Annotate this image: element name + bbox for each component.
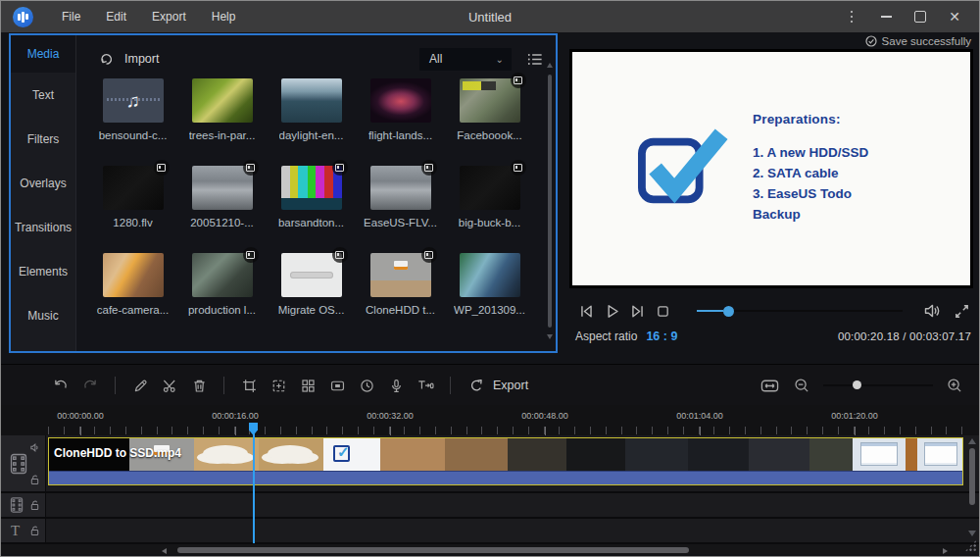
fit-timeline-icon[interactable]	[760, 377, 780, 395]
media-item[interactable]: 20051210-...	[177, 166, 267, 253]
fullscreen-icon[interactable]	[953, 302, 971, 321]
slide-title: Preparations:	[753, 112, 907, 127]
menu-file[interactable]: File	[49, 1, 93, 32]
timeline-ruler[interactable]: 00:00:00.0000:00:16.0000:00:32.0000:00:4…	[1, 405, 979, 435]
playhead-line[interactable]	[253, 427, 255, 543]
media-thumbnail[interactable]	[192, 166, 253, 210]
zoom-frame-button[interactable]	[264, 372, 293, 399]
media-item[interactable]: trees-in-par...	[177, 78, 267, 166]
close-button[interactable]: ✕	[942, 4, 967, 29]
minimize-button[interactable]	[873, 4, 899, 29]
media-item[interactable]: cafe-camera...	[88, 253, 177, 340]
maximize-button[interactable]	[907, 4, 933, 29]
menu-help[interactable]: Help	[199, 1, 249, 32]
title-bar: File Edit Export Help Untitled ✕	[1, 1, 979, 32]
media-thumbnail[interactable]	[370, 166, 431, 210]
media-thumbnail[interactable]	[281, 166, 342, 210]
freeze-frame-button[interactable]	[322, 372, 352, 399]
vertical-scrollbar[interactable]	[968, 438, 976, 536]
media-item[interactable]: 1280.flv	[88, 166, 177, 253]
media-thumbnail[interactable]	[460, 78, 520, 123]
media-thumbnail[interactable]	[103, 78, 164, 123]
media-item[interactable]: WP_201309...	[445, 253, 534, 340]
media-item[interactable]: flight-lands...	[356, 78, 445, 166]
menu-edit[interactable]: Edit	[93, 1, 139, 32]
more-options-icon[interactable]	[839, 4, 864, 29]
play-button[interactable]	[599, 299, 624, 323]
import-button[interactable]: Import	[124, 52, 159, 66]
track-lock-icon[interactable]	[29, 525, 40, 536]
mosaic-button[interactable]	[293, 372, 322, 399]
media-item[interactable]: daylight-en...	[267, 78, 356, 166]
previous-frame-button[interactable]	[573, 299, 599, 323]
track-lock-icon[interactable]	[29, 499, 40, 511]
media-thumbnail[interactable]	[103, 166, 164, 210]
timeline-zoom-slider[interactable]	[823, 376, 933, 395]
sidebar-item-filters[interactable]: Filters	[11, 117, 75, 161]
list-view-icon[interactable]	[525, 50, 544, 69]
crop-button[interactable]	[234, 372, 264, 399]
media-item-label: cafe-camera...	[97, 304, 170, 316]
media-thumbnail[interactable]	[460, 253, 520, 297]
sidebar-item-elements[interactable]: Elements	[11, 249, 75, 293]
undo-button[interactable]	[46, 372, 75, 399]
duration-button[interactable]	[352, 372, 381, 399]
sidebar-item-media[interactable]: Media	[11, 35, 75, 73]
media-item[interactable]: barsandton...	[267, 166, 356, 253]
video-track-1-header	[1, 435, 46, 491]
zoom-out-icon[interactable]	[793, 377, 810, 394]
media-item[interactable]: bensound-c...	[88, 78, 177, 166]
vertical-scroll-thumb[interactable]	[969, 448, 975, 505]
volume-icon[interactable]	[922, 301, 942, 321]
media-item[interactable]: Migrate OS...	[267, 253, 356, 340]
edit-button[interactable]	[125, 372, 155, 399]
media-thumbnail[interactable]	[192, 253, 253, 297]
scroll-left-icon[interactable]	[162, 548, 167, 554]
playback-slider[interactable]	[697, 299, 903, 323]
voiceover-button[interactable]	[381, 372, 411, 399]
media-item[interactable]: EaseUS-FLV...	[356, 166, 445, 253]
media-thumbnail[interactable]	[370, 78, 431, 123]
media-thumbnail[interactable]	[281, 253, 342, 297]
aspect-ratio-value[interactable]: 16 : 9	[646, 329, 677, 343]
track-mute-icon[interactable]	[29, 442, 40, 453]
scroll-down-icon[interactable]	[968, 531, 976, 536]
media-thumbnail[interactable]	[460, 166, 520, 210]
playback-slider-handle[interactable]	[723, 306, 734, 317]
video-preview[interactable]: Preparations: 1. A new HDD/SSD2. SATA ca…	[569, 49, 973, 288]
timeline-clip[interactable]: CloneHDD to SSD.mp4	[48, 437, 963, 485]
sidebar-item-text[interactable]: Text	[11, 73, 75, 117]
media-thumbnail[interactable]	[281, 78, 342, 123]
timeline-zoom-handle[interactable]	[853, 380, 861, 389]
media-item[interactable]: CloneHDD t...	[356, 253, 445, 340]
horizontal-scrollbar[interactable]	[1, 544, 979, 556]
media-item[interactable]: production l...	[177, 253, 267, 340]
clip-thumbnail-segment	[323, 438, 380, 471]
scroll-up-icon[interactable]	[968, 438, 976, 444]
text-to-speech-button[interactable]	[411, 372, 440, 399]
delete-button[interactable]	[184, 372, 214, 399]
media-item[interactable]: big-buck-b...	[445, 166, 534, 253]
redo-button[interactable]	[75, 372, 105, 399]
text-track[interactable]: T	[1, 519, 979, 544]
sidebar-item-overlays[interactable]: Overlays	[11, 161, 75, 205]
media-filter-dropdown[interactable]: All ⌄	[419, 48, 512, 71]
horizontal-scroll-thumb[interactable]	[177, 547, 689, 553]
next-frame-button[interactable]	[624, 299, 650, 323]
split-button[interactable]	[155, 372, 184, 399]
media-thumbnail[interactable]	[370, 253, 431, 297]
media-thumbnail[interactable]	[192, 78, 253, 123]
export-button[interactable]: Export	[468, 378, 528, 394]
sidebar-item-music[interactable]: Music	[11, 293, 75, 337]
scroll-right-icon[interactable]	[943, 548, 948, 554]
stop-button[interactable]	[650, 299, 675, 323]
media-thumbnail[interactable]	[103, 253, 164, 297]
media-item[interactable]: Faceboook...	[445, 78, 534, 166]
track-lock-icon[interactable]	[29, 474, 40, 485]
zoom-in-icon[interactable]	[946, 377, 963, 394]
video-track-2[interactable]	[1, 493, 979, 519]
media-scrollbar[interactable]	[547, 61, 553, 341]
sidebar-item-transitions[interactable]: Transitions	[11, 205, 75, 249]
app-logo-icon	[13, 7, 33, 27]
menu-export[interactable]: Export	[139, 1, 199, 32]
